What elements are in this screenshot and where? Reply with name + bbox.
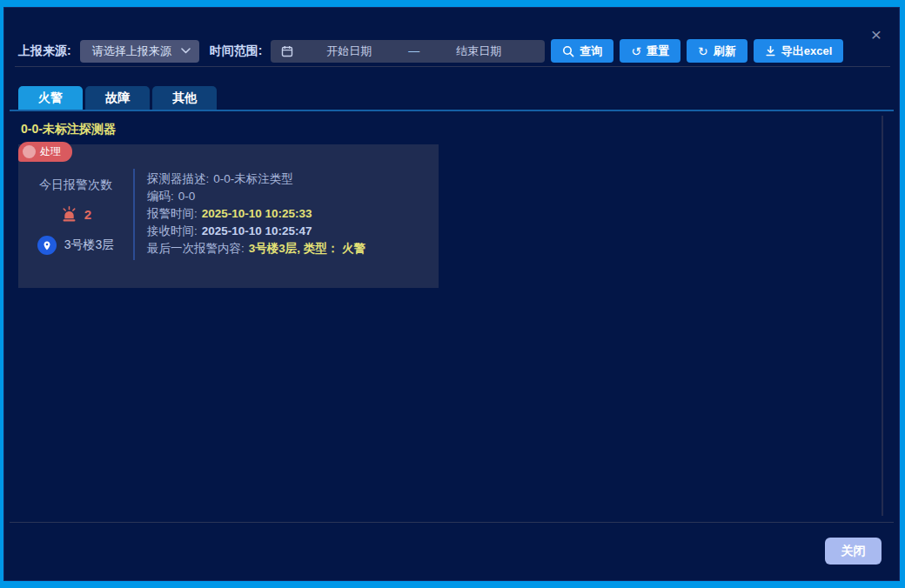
field-label: 最后一次报警内容: bbox=[147, 242, 245, 255]
process-status-toggle[interactable]: 处理 bbox=[18, 142, 72, 162]
alarm-card-summary: 今日报警次数 2 3号楼3层 bbox=[18, 170, 133, 288]
tab-fire-alarm[interactable]: 火警 bbox=[18, 86, 83, 110]
date-range-input[interactable]: 开始日期 — 结束日期 bbox=[271, 40, 545, 63]
field-value: 2025-10-10 10:25:33 bbox=[202, 207, 312, 220]
today-alarm-count: 2 bbox=[84, 207, 91, 222]
alarm-detail-fields: 探测器描述:0-0-未标注类型 编码:0-0 报警时间:2025-10-10 1… bbox=[147, 173, 430, 255]
today-count-label: 今日报警次数 bbox=[39, 177, 112, 193]
field-label: 探测器描述: bbox=[147, 172, 209, 185]
field-value: 3号楼3层, 类型： 火警 bbox=[249, 242, 365, 255]
alarm-dialog: × 上报来源: 请选择上报来源 时间范围: 开始日期 — 结束日期 查询 ↺ bbox=[3, 7, 900, 581]
footer-divider bbox=[10, 522, 894, 523]
card-divider bbox=[133, 169, 135, 260]
location-pin-icon bbox=[37, 236, 57, 255]
refresh-icon: ↻ bbox=[698, 45, 708, 57]
field-value: 0-0 bbox=[178, 190, 196, 203]
refresh-button-label: 刷新 bbox=[714, 43, 736, 59]
scrollbar-track[interactable] bbox=[882, 116, 883, 516]
process-status-label: 处理 bbox=[40, 144, 61, 159]
query-button[interactable]: 查询 bbox=[551, 39, 613, 63]
query-button-label: 查询 bbox=[580, 43, 602, 59]
siren-icon bbox=[60, 206, 78, 223]
tab-underline bbox=[10, 110, 894, 111]
filter-bar: 上报来源: 请选择上报来源 时间范围: 开始日期 — 结束日期 查询 ↺ 重置 bbox=[18, 39, 885, 63]
refresh-button[interactable]: ↻ 刷新 bbox=[687, 39, 747, 63]
search-icon bbox=[562, 45, 574, 57]
field-detector-description: 探测器描述:0-0-未标注类型 bbox=[147, 173, 430, 185]
chevron-down-icon bbox=[181, 48, 191, 54]
filter-divider bbox=[15, 66, 890, 67]
field-label: 编码: bbox=[147, 190, 174, 203]
alarm-card[interactable]: 今日报警次数 2 3号楼3层 探测器描述:0-0-未标注类型 编码:0-0 bbox=[18, 144, 439, 288]
range-separator: — bbox=[405, 44, 423, 57]
field-label: 接收时间: bbox=[147, 224, 198, 237]
field-value: 2025-10-10 10:25:47 bbox=[202, 224, 312, 237]
export-excel-button-label: 导出excel bbox=[781, 43, 833, 59]
field-alarm-time: 报警时间:2025-10-10 10:25:33 bbox=[147, 208, 430, 220]
alarm-type-tabs: 火警 故障 其他 bbox=[18, 86, 217, 110]
time-range-label: 时间范围: bbox=[210, 43, 263, 59]
field-receive-time: 接收时间:2025-10-10 10:25:47 bbox=[147, 225, 430, 237]
tab-other[interactable]: 其他 bbox=[152, 86, 217, 110]
close-button[interactable]: 关闭 bbox=[825, 538, 882, 565]
start-date-placeholder[interactable]: 开始日期 bbox=[293, 43, 405, 59]
calendar-icon bbox=[281, 45, 293, 57]
alarm-location: 3号楼3层 bbox=[64, 237, 115, 253]
field-value: 0-0-未标注类型 bbox=[213, 172, 293, 185]
reset-button-label: 重置 bbox=[647, 43, 669, 59]
reset-button[interactable]: ↺ 重置 bbox=[620, 39, 680, 63]
field-last-alarm-content: 最后一次报警内容:3号楼3层, 类型： 火警 bbox=[147, 243, 430, 255]
end-date-placeholder[interactable]: 结束日期 bbox=[423, 43, 534, 59]
source-select[interactable]: 请选择上报来源 bbox=[80, 40, 199, 63]
field-code: 编码:0-0 bbox=[147, 190, 430, 203]
export-excel-button[interactable]: 导出excel bbox=[754, 39, 844, 63]
field-label: 报警时间: bbox=[147, 207, 198, 220]
toggle-knob-icon bbox=[23, 145, 36, 158]
download-icon bbox=[765, 45, 776, 57]
source-label: 上报来源: bbox=[18, 43, 71, 59]
detector-title: 0-0-未标注探测器 bbox=[21, 122, 116, 137]
source-select-placeholder: 请选择上报来源 bbox=[92, 43, 171, 59]
reset-icon: ↺ bbox=[631, 45, 641, 57]
tab-fault[interactable]: 故障 bbox=[85, 86, 150, 110]
